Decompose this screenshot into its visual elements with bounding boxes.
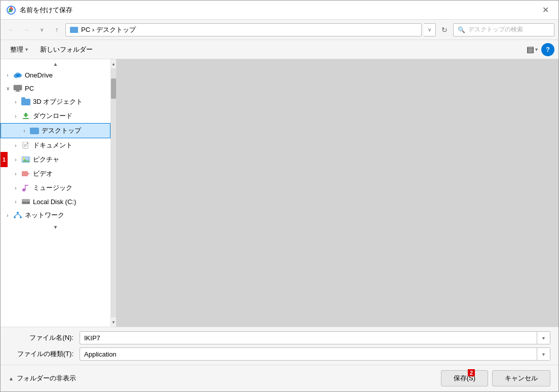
expand-desktop-icon: ›: [19, 128, 29, 134]
expand-pictures-icon: ›: [11, 157, 21, 163]
network-icon: [13, 211, 23, 219]
sidebar-item-network[interactable]: › ネットワーク: [1, 208, 110, 222]
organize-button[interactable]: 整理 ▾: [5, 43, 33, 57]
titlebar: 名前を付けて保存 ✕: [1, 1, 558, 20]
filetype-input[interactable]: Application: [80, 347, 537, 361]
videos-label: ビデオ: [33, 169, 53, 178]
sidebar-item-desktop[interactable]: › デスクトップ: [1, 123, 110, 138]
documents-label: ドキュメント: [33, 141, 72, 150]
svg-rect-5: [14, 85, 22, 90]
sidebar-scroll-down[interactable]: ▼: [1, 222, 110, 231]
save-button[interactable]: 保存(S): [441, 370, 488, 386]
organize-label: 整理: [10, 45, 23, 54]
svg-rect-24: [22, 199, 30, 202]
folder-toggle-button[interactable]: ▲ フォルダーの非表示: [9, 374, 76, 383]
nav-dropdown-button[interactable]: ∨: [35, 23, 48, 36]
forward-button[interactable]: →: [20, 23, 33, 36]
expand-network-icon: ›: [3, 213, 13, 218]
pictures-icon: [21, 155, 31, 164]
expand-pc-icon: ∨: [3, 86, 13, 91]
app-icon: [7, 6, 16, 15]
onedrive-label: OneDrive: [25, 71, 53, 79]
sidebar-item-3d[interactable]: › 3D オブジェクト: [1, 95, 110, 109]
search-placeholder: デスクトップの検索: [468, 25, 523, 34]
svg-rect-14: [24, 146, 26, 147]
svg-point-27: [17, 212, 19, 214]
toolbar: 整理 ▾ 新しいフォルダー ▤ ▾ ?: [1, 40, 558, 59]
pc-label: PC: [25, 85, 34, 92]
close-button[interactable]: ✕: [538, 3, 552, 17]
sidebar-item-onedrive[interactable]: › OneDrive: [1, 68, 110, 82]
search-box[interactable]: 🔍 デスクトップの検索: [453, 23, 554, 36]
sidebar-item-music[interactable]: › ミュージック: [1, 181, 110, 195]
expand-downloads-icon: ›: [11, 113, 21, 119]
annotation-2: 2: [468, 369, 475, 376]
svg-point-28: [14, 216, 16, 218]
scrollbar-track[interactable]: [111, 68, 116, 318]
scrollbar-up-button[interactable]: ▲: [111, 59, 116, 68]
svg-rect-8: [15, 91, 20, 92]
3d-label: 3D オブジェクト: [33, 97, 83, 106]
filename-input[interactable]: IKIP7: [80, 331, 537, 344]
localdisk-label: Local Disk (C:): [33, 198, 76, 206]
filetype-label: ファイルの種類(T):: [9, 349, 80, 359]
svg-point-4: [15, 72, 20, 76]
scrollbar-thumb[interactable]: [111, 79, 116, 99]
organize-dropdown-icon: ▾: [25, 47, 28, 52]
filetype-row: ファイルの種類(T): Application ▾: [9, 347, 550, 361]
music-label: ミュージック: [33, 183, 72, 192]
sidebar-item-downloads[interactable]: › ダウンロード: [1, 109, 110, 123]
sidebar-scroll-up[interactable]: ▲: [1, 59, 110, 68]
folder-toggle-label: フォルダーの非表示: [17, 374, 76, 383]
svg-point-25: [28, 202, 29, 204]
svg-marker-19: [28, 173, 30, 175]
back-button[interactable]: ←: [5, 23, 18, 36]
sidebar-item-localdisk[interactable]: › Local Disk (C:): [1, 195, 110, 208]
filetype-value: Application: [84, 350, 533, 358]
localdisk-icon: [21, 198, 31, 206]
desktop-folder-icon: [29, 127, 40, 135]
up-button[interactable]: ↑: [50, 23, 63, 36]
sidebar-item-pc[interactable]: ∨ PC: [1, 82, 110, 95]
new-folder-button[interactable]: 新しいフォルダー: [34, 43, 98, 57]
svg-rect-22: [25, 185, 28, 186]
main-content: ▲ › OneDrive ∨ PC: [1, 59, 558, 327]
addressbar: ← → ∨ ↑ PC › デスクトップ ∨ ↻ 🔍 デスクトップの検索: [1, 20, 558, 40]
sidebar-item-videos[interactable]: › ビデオ: [1, 167, 110, 181]
filetype-dropdown-button[interactable]: ▾: [537, 347, 550, 361]
sidebar-scrollbar[interactable]: ▲ ▼: [111, 59, 116, 327]
filename-label: ファイル名(N):: [9, 333, 80, 342]
address-path[interactable]: PC › デスクトップ: [65, 23, 422, 36]
music-icon: [21, 184, 31, 192]
svg-rect-10: [23, 118, 29, 119]
downloads-icon: [21, 112, 31, 120]
view-dropdown-icon: ▾: [535, 47, 538, 52]
cancel-button[interactable]: キャンセル: [492, 370, 550, 386]
svg-rect-12: [24, 144, 27, 145]
filename-dropdown-button[interactable]: ▾: [537, 331, 550, 344]
path-text: PC › デスクトップ: [81, 25, 417, 34]
sidebar-item-pictures[interactable]: › ピクチャ: [1, 152, 110, 167]
svg-marker-9: [23, 113, 28, 117]
expand-music-icon: ›: [11, 185, 21, 191]
sidebar-item-documents[interactable]: › ドキュメント: [1, 138, 110, 152]
network-label: ネットワーク: [25, 211, 64, 220]
documents-icon: [21, 141, 31, 149]
scrollbar-down-button[interactable]: ▼: [111, 318, 116, 327]
filename-row: ファイル名(N): IKIP7 ▾: [9, 331, 550, 344]
videos-icon: [21, 170, 31, 178]
3d-folder-icon: [21, 98, 31, 106]
svg-point-29: [20, 216, 22, 218]
refresh-button[interactable]: ↻: [438, 23, 451, 36]
pc-icon: [13, 84, 23, 92]
dialog-title: 名前を付けて保存: [20, 6, 538, 15]
filename-value: IKIP7: [84, 334, 533, 342]
svg-line-31: [18, 214, 21, 216]
svg-rect-13: [24, 145, 27, 146]
footer: ▲ フォルダーの非表示 保存(S) キャンセル 2: [1, 365, 558, 391]
path-dropdown-button[interactable]: ∨: [424, 23, 436, 36]
help-button[interactable]: ?: [541, 43, 554, 56]
view-button[interactable]: ▤ ▾: [524, 42, 540, 57]
bottom-bar: ファイル名(N): IKIP7 ▾ ファイルの種類(T): Applicatio…: [1, 327, 558, 365]
desktop-label: デスクトップ: [42, 126, 81, 135]
